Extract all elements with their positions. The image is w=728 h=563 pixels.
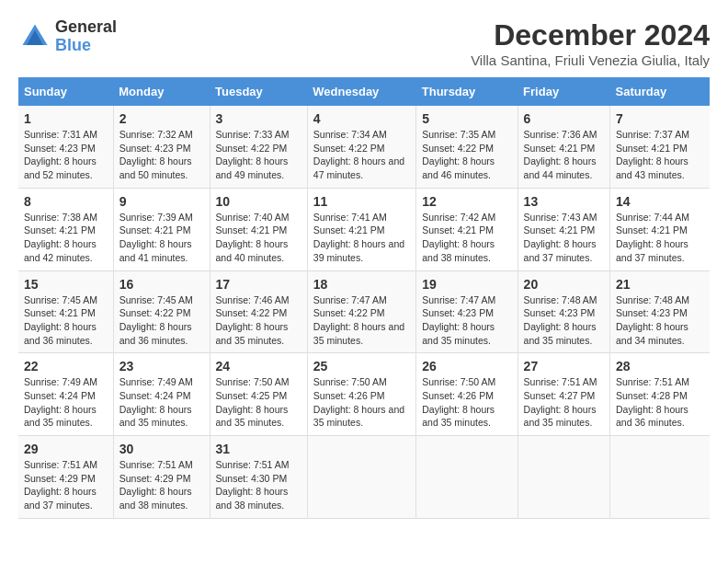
day-info: Sunrise: 7:51 AM Sunset: 4:29 PM Dayligh… (119, 458, 204, 512)
calendar-cell: 26 Sunrise: 7:50 AM Sunset: 4:26 PM Dayl… (416, 353, 518, 436)
sunset-label: Sunset: 4:30 PM (216, 473, 288, 484)
day-of-week-wednesday: Wednesday (307, 77, 415, 106)
day-info: Sunrise: 7:50 AM Sunset: 4:26 PM Dayligh… (313, 375, 410, 430)
calendar-cell: 15 Sunrise: 7:45 AM Sunset: 4:21 PM Dayl… (18, 270, 113, 353)
sunrise-label: Sunrise: 7:45 AM (119, 294, 193, 305)
sunrise-label: Sunrise: 7:31 AM (24, 129, 97, 140)
calendar-week-row: 15 Sunrise: 7:45 AM Sunset: 4:21 PM Dayl… (18, 270, 710, 353)
day-info: Sunrise: 7:47 AM Sunset: 4:22 PM Dayligh… (313, 293, 410, 348)
daylight-label: Daylight: 8 hours and 36 minutes. (616, 404, 688, 429)
sunrise-label: Sunrise: 7:50 AM (216, 376, 290, 387)
calendar-cell: 10 Sunrise: 7:40 AM Sunset: 4:21 PM Dayl… (210, 188, 307, 270)
calendar-cell: 5 Sunrise: 7:35 AM Sunset: 4:22 PM Dayli… (416, 106, 518, 188)
sunset-label: Sunset: 4:22 PM (216, 307, 288, 318)
day-number: 29 (24, 442, 108, 456)
logo: General Blue (18, 18, 117, 55)
day-info: Sunrise: 7:51 AM Sunset: 4:27 PM Dayligh… (524, 375, 604, 430)
sunset-label: Sunset: 4:22 PM (422, 143, 494, 154)
calendar-cell: 23 Sunrise: 7:49 AM Sunset: 4:24 PM Dayl… (113, 353, 210, 436)
day-of-week-tuesday: Tuesday (210, 77, 307, 106)
calendar-cell: 28 Sunrise: 7:51 AM Sunset: 4:28 PM Dayl… (610, 353, 710, 436)
day-number: 26 (422, 359, 511, 373)
calendar-cell: 8 Sunrise: 7:38 AM Sunset: 4:21 PM Dayli… (18, 188, 113, 270)
sunset-label: Sunset: 4:29 PM (119, 473, 191, 484)
sunset-label: Sunset: 4:22 PM (313, 143, 385, 154)
sunrise-label: Sunrise: 7:49 AM (119, 376, 193, 387)
sunrise-label: Sunrise: 7:48 AM (524, 294, 597, 305)
day-info: Sunrise: 7:38 AM Sunset: 4:21 PM Dayligh… (24, 211, 108, 265)
day-info: Sunrise: 7:51 AM Sunset: 4:29 PM Dayligh… (24, 458, 108, 512)
sunrise-label: Sunrise: 7:51 AM (119, 459, 193, 470)
logo-general: General (55, 18, 117, 37)
day-number: 13 (524, 194, 604, 209)
day-info: Sunrise: 7:37 AM Sunset: 4:21 PM Dayligh… (616, 128, 704, 182)
calendar-cell: 2 Sunrise: 7:32 AM Sunset: 4:23 PM Dayli… (113, 106, 210, 188)
sunrise-label: Sunrise: 7:36 AM (524, 129, 597, 140)
day-of-week-monday: Monday (113, 77, 210, 106)
daylight-label: Daylight: 8 hours and 52 minutes. (24, 155, 97, 180)
sunrise-label: Sunrise: 7:47 AM (422, 294, 495, 305)
sunrise-label: Sunrise: 7:50 AM (313, 376, 387, 387)
day-info: Sunrise: 7:51 AM Sunset: 4:28 PM Dayligh… (616, 375, 704, 430)
day-number: 11 (313, 194, 410, 209)
sunset-label: Sunset: 4:21 PM (24, 224, 96, 236)
day-number: 3 (216, 111, 301, 126)
sunrise-label: Sunrise: 7:38 AM (24, 212, 97, 223)
daylight-label: Daylight: 8 hours and 42 minutes. (24, 238, 97, 263)
calendar-cell: 6 Sunrise: 7:36 AM Sunset: 4:21 PM Dayli… (518, 106, 609, 188)
day-number: 24 (216, 359, 301, 373)
day-of-week-thursday: Thursday (416, 77, 518, 106)
page-title: December 2024 (471, 18, 710, 52)
sunset-label: Sunset: 4:23 PM (24, 143, 96, 154)
sunset-label: Sunset: 4:21 PM (216, 224, 288, 236)
day-info: Sunrise: 7:51 AM Sunset: 4:30 PM Dayligh… (216, 458, 301, 512)
sunrise-label: Sunrise: 7:42 AM (422, 212, 495, 223)
calendar-table: SundayMondayTuesdayWednesdayThursdayFrid… (18, 77, 710, 519)
day-info: Sunrise: 7:50 AM Sunset: 4:25 PM Dayligh… (216, 375, 301, 430)
sunset-label: Sunset: 4:28 PM (616, 390, 688, 401)
daylight-label: Daylight: 8 hours and 35 minutes. (524, 404, 597, 429)
daylight-label: Daylight: 8 hours and 35 minutes. (119, 404, 192, 429)
calendar-cell (307, 436, 415, 519)
day-info: Sunrise: 7:46 AM Sunset: 4:22 PM Dayligh… (216, 293, 301, 348)
daylight-label: Daylight: 8 hours and 47 minutes. (313, 155, 404, 180)
daylight-label: Daylight: 8 hours and 35 minutes. (216, 321, 289, 346)
sunrise-label: Sunrise: 7:32 AM (119, 129, 193, 140)
day-number: 6 (524, 111, 604, 126)
logo-text: General Blue (55, 18, 117, 55)
sunset-label: Sunset: 4:21 PM (524, 224, 596, 236)
daylight-label: Daylight: 8 hours and 38 minutes. (119, 486, 192, 511)
day-info: Sunrise: 7:33 AM Sunset: 4:22 PM Dayligh… (216, 128, 301, 182)
day-number: 16 (119, 277, 204, 292)
sunset-label: Sunset: 4:21 PM (524, 143, 596, 154)
sunset-label: Sunset: 4:23 PM (524, 307, 596, 318)
sunset-label: Sunset: 4:26 PM (313, 390, 385, 401)
day-info: Sunrise: 7:44 AM Sunset: 4:21 PM Dayligh… (616, 211, 704, 265)
calendar-cell: 1 Sunrise: 7:31 AM Sunset: 4:23 PM Dayli… (18, 106, 113, 188)
day-info: Sunrise: 7:40 AM Sunset: 4:21 PM Dayligh… (216, 211, 301, 265)
sunrise-label: Sunrise: 7:43 AM (524, 212, 597, 223)
daylight-label: Daylight: 8 hours and 35 minutes. (216, 404, 289, 429)
daylight-label: Daylight: 8 hours and 35 minutes. (422, 404, 495, 429)
calendar-week-row: 29 Sunrise: 7:51 AM Sunset: 4:29 PM Dayl… (18, 436, 710, 519)
day-info: Sunrise: 7:49 AM Sunset: 4:24 PM Dayligh… (24, 375, 108, 430)
day-number: 12 (422, 194, 511, 209)
day-info: Sunrise: 7:49 AM Sunset: 4:24 PM Dayligh… (119, 375, 204, 430)
calendar-cell (416, 436, 518, 519)
sunset-label: Sunset: 4:27 PM (524, 390, 596, 401)
daylight-label: Daylight: 8 hours and 37 minutes. (524, 238, 597, 263)
day-info: Sunrise: 7:48 AM Sunset: 4:23 PM Dayligh… (524, 293, 604, 348)
day-info: Sunrise: 7:31 AM Sunset: 4:23 PM Dayligh… (24, 128, 108, 182)
calendar-cell: 18 Sunrise: 7:47 AM Sunset: 4:22 PM Dayl… (307, 270, 415, 353)
daylight-label: Daylight: 8 hours and 43 minutes. (616, 155, 688, 180)
day-info: Sunrise: 7:47 AM Sunset: 4:23 PM Dayligh… (422, 293, 511, 348)
day-info: Sunrise: 7:35 AM Sunset: 4:22 PM Dayligh… (422, 128, 511, 182)
day-number: 2 (119, 111, 204, 126)
daylight-label: Daylight: 8 hours and 44 minutes. (524, 155, 597, 180)
day-number: 21 (616, 277, 704, 292)
daylight-label: Daylight: 8 hours and 37 minutes. (24, 486, 97, 511)
day-number: 22 (24, 359, 108, 373)
sunset-label: Sunset: 4:23 PM (616, 307, 688, 318)
calendar-cell: 16 Sunrise: 7:45 AM Sunset: 4:22 PM Dayl… (113, 270, 210, 353)
daylight-label: Daylight: 8 hours and 35 minutes. (313, 404, 404, 429)
